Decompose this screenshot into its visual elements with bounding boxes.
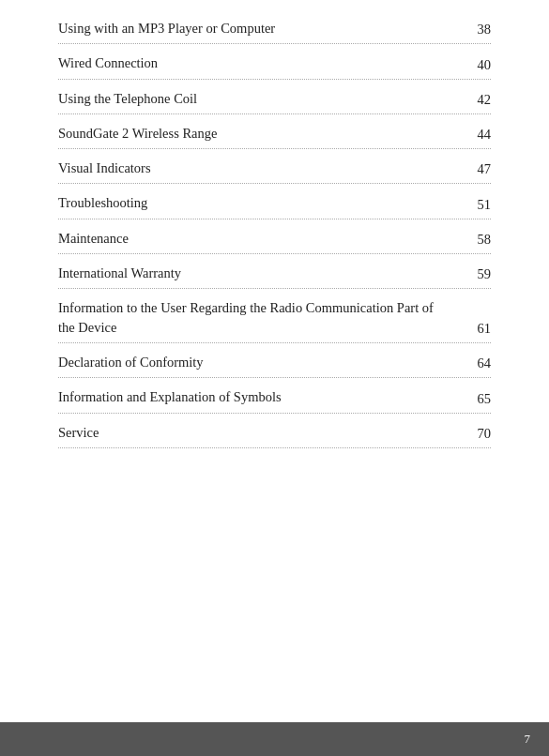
toc-section: Using with an MP3 Player or Computer38Wi… [0,0,549,448]
toc-item-text: Information and Explanation of Symbols [58,387,463,406]
toc-item-page: 47 [463,161,491,177]
toc-item: Information and Explanation of Symbols65 [58,378,491,413]
toc-item-page: 64 [463,355,491,371]
toc-item-page: 58 [463,232,491,248]
toc-item: Information to the User Regarding the Ra… [58,289,491,343]
toc-item: Troubleshooting51 [58,184,491,219]
toc-item-page: 59 [463,266,491,282]
toc-item: Wired Connection40 [58,44,491,79]
toc-item-page: 65 [463,391,491,407]
toc-item-page: 40 [463,57,491,73]
toc-item-text: Maintenance [58,229,463,248]
toc-item-text: Service [58,423,463,442]
toc-item: SoundGate 2 Wireless Range44 [58,114,491,149]
toc-item-text: Visual Indicators [58,159,463,177]
toc-item-text: Declaration of Conformity [58,353,463,371]
toc-item-text: Wired Connection [58,53,463,72]
page-footer: 7 [0,722,549,756]
page-number: 7 [525,732,531,747]
toc-item: Maintenance58 [58,219,491,254]
toc-item-text: Using the Telephone Coil [58,89,463,108]
toc-item-text: Information to the User Regarding the Ra… [58,298,463,337]
toc-item-text: SoundGate 2 Wireless Range [58,124,463,143]
toc-item: International Warranty59 [58,254,491,289]
toc-item-page: 70 [463,426,491,442]
toc-item: Using the Telephone Coil42 [58,80,491,114]
toc-item-text: Troubleshooting [58,193,463,212]
toc-item-text: International Warranty [58,264,463,282]
toc-item-page: 42 [463,92,491,108]
toc-item: Declaration of Conformity64 [58,343,491,378]
toc-item-page: 51 [463,197,491,213]
toc-item-page: 61 [463,321,491,337]
toc-item: Visual Indicators47 [58,149,491,184]
toc-item: Service70 [58,414,491,448]
toc-item-page: 38 [463,22,491,38]
toc-item-page: 44 [463,127,491,143]
toc-item-text: Using with an MP3 Player or Computer [58,19,463,38]
toc-item: Using with an MP3 Player or Computer38 [58,9,491,44]
